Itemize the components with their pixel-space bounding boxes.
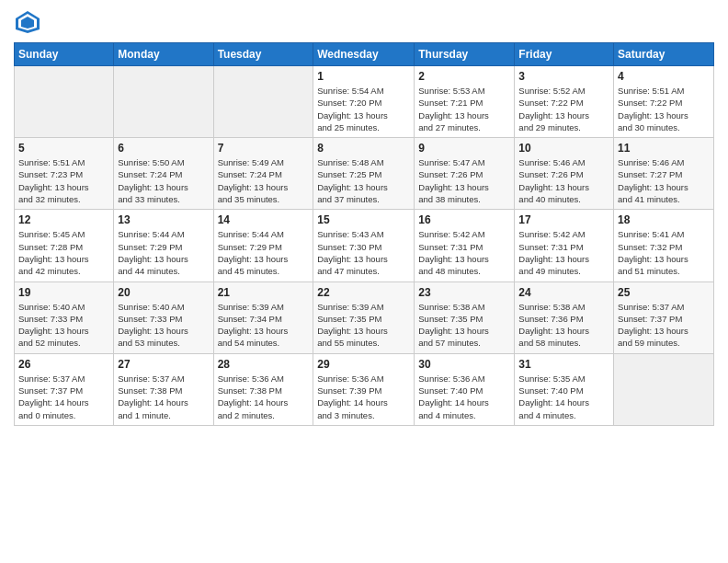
- day-cell: 2Sunrise: 5:53 AMSunset: 7:21 PMDaylight…: [415, 66, 515, 138]
- day-cell: [114, 66, 213, 138]
- day-cell: 17Sunrise: 5:42 AMSunset: 7:31 PMDayligh…: [515, 210, 614, 282]
- day-info: Sunrise: 5:51 AMSunset: 7:23 PMDaylight:…: [18, 156, 109, 205]
- day-number: 24: [518, 286, 609, 299]
- day-number: 6: [118, 142, 209, 155]
- day-number: 21: [218, 286, 310, 299]
- day-cell: 18Sunrise: 5:41 AMSunset: 7:32 PMDayligh…: [614, 210, 714, 282]
- weekday-monday: Monday: [114, 43, 213, 66]
- day-cell: 15Sunrise: 5:43 AMSunset: 7:30 PMDayligh…: [313, 210, 415, 282]
- day-cell: [213, 66, 313, 138]
- day-cell: 25Sunrise: 5:37 AMSunset: 7:37 PMDayligh…: [614, 282, 714, 353]
- day-number: 9: [418, 142, 510, 155]
- day-cell: 7Sunrise: 5:49 AMSunset: 7:24 PMDaylight…: [213, 138, 313, 210]
- day-cell: 26Sunrise: 5:37 AMSunset: 7:37 PMDayligh…: [15, 353, 114, 425]
- calendar-page: SundayMondayTuesdayWednesdayThursdayFrid…: [0, 0, 728, 440]
- day-cell: 28Sunrise: 5:36 AMSunset: 7:38 PMDayligh…: [213, 353, 313, 425]
- day-number: 26: [18, 358, 109, 371]
- day-number: 5: [18, 142, 109, 155]
- logo-icon: [14, 9, 41, 35]
- week-row-3: 12Sunrise: 5:45 AMSunset: 7:28 PMDayligh…: [15, 210, 714, 282]
- day-cell: 31Sunrise: 5:35 AMSunset: 7:40 PMDayligh…: [515, 353, 614, 425]
- day-cell: [15, 66, 114, 138]
- day-cell: 5Sunrise: 5:51 AMSunset: 7:23 PMDaylight…: [15, 138, 114, 210]
- day-info: Sunrise: 5:40 AMSunset: 7:33 PMDaylight:…: [118, 301, 209, 350]
- weekday-saturday: Saturday: [614, 43, 714, 66]
- day-info: Sunrise: 5:50 AMSunset: 7:24 PMDaylight:…: [118, 156, 209, 205]
- day-number: 27: [118, 358, 209, 371]
- day-number: 8: [317, 142, 410, 155]
- header: [14, 9, 714, 35]
- day-cell: 23Sunrise: 5:38 AMSunset: 7:35 PMDayligh…: [415, 282, 515, 353]
- day-info: Sunrise: 5:48 AMSunset: 7:25 PMDaylight:…: [317, 156, 410, 205]
- day-info: Sunrise: 5:44 AMSunset: 7:29 PMDaylight:…: [118, 228, 209, 277]
- day-cell: 16Sunrise: 5:42 AMSunset: 7:31 PMDayligh…: [415, 210, 515, 282]
- day-number: 12: [18, 213, 109, 226]
- day-info: Sunrise: 5:45 AMSunset: 7:28 PMDaylight:…: [18, 228, 109, 277]
- day-info: Sunrise: 5:42 AMSunset: 7:31 PMDaylight:…: [418, 228, 510, 277]
- day-number: 14: [218, 213, 310, 226]
- day-cell: [614, 353, 714, 425]
- day-cell: 29Sunrise: 5:36 AMSunset: 7:39 PMDayligh…: [313, 353, 415, 425]
- day-cell: 24Sunrise: 5:38 AMSunset: 7:36 PMDayligh…: [515, 282, 614, 353]
- day-number: 22: [317, 286, 410, 299]
- day-info: Sunrise: 5:46 AMSunset: 7:27 PMDaylight:…: [618, 156, 710, 205]
- week-row-1: 1Sunrise: 5:54 AMSunset: 7:20 PMDaylight…: [15, 66, 714, 138]
- day-number: 16: [418, 213, 510, 226]
- day-number: 31: [518, 358, 609, 371]
- day-cell: 9Sunrise: 5:47 AMSunset: 7:26 PMDaylight…: [415, 138, 515, 210]
- day-number: 18: [618, 213, 710, 226]
- day-info: Sunrise: 5:47 AMSunset: 7:26 PMDaylight:…: [418, 156, 510, 205]
- day-number: 19: [18, 286, 109, 299]
- day-cell: 30Sunrise: 5:36 AMSunset: 7:40 PMDayligh…: [415, 353, 515, 425]
- week-row-5: 26Sunrise: 5:37 AMSunset: 7:37 PMDayligh…: [15, 353, 714, 425]
- day-number: 1: [317, 70, 410, 83]
- day-cell: 22Sunrise: 5:39 AMSunset: 7:35 PMDayligh…: [313, 282, 415, 353]
- day-number: 30: [418, 358, 510, 371]
- day-info: Sunrise: 5:35 AMSunset: 7:40 PMDaylight:…: [518, 373, 609, 421]
- day-info: Sunrise: 5:37 AMSunset: 7:38 PMDaylight:…: [118, 373, 209, 421]
- day-info: Sunrise: 5:52 AMSunset: 7:22 PMDaylight:…: [518, 85, 609, 133]
- day-info: Sunrise: 5:42 AMSunset: 7:31 PMDaylight:…: [518, 228, 609, 277]
- day-number: 11: [618, 142, 710, 155]
- day-cell: 14Sunrise: 5:44 AMSunset: 7:29 PMDayligh…: [213, 210, 313, 282]
- day-number: 29: [317, 358, 410, 371]
- day-cell: 27Sunrise: 5:37 AMSunset: 7:38 PMDayligh…: [114, 353, 213, 425]
- day-info: Sunrise: 5:36 AMSunset: 7:40 PMDaylight:…: [418, 373, 510, 421]
- day-cell: 20Sunrise: 5:40 AMSunset: 7:33 PMDayligh…: [114, 282, 213, 353]
- weekday-header-row: SundayMondayTuesdayWednesdayThursdayFrid…: [15, 43, 714, 66]
- calendar-table: SundayMondayTuesdayWednesdayThursdayFrid…: [14, 42, 714, 426]
- day-info: Sunrise: 5:37 AMSunset: 7:37 PMDaylight:…: [618, 301, 710, 350]
- day-number: 3: [518, 70, 609, 83]
- day-info: Sunrise: 5:37 AMSunset: 7:37 PMDaylight:…: [18, 373, 109, 421]
- day-info: Sunrise: 5:36 AMSunset: 7:39 PMDaylight:…: [317, 373, 410, 421]
- day-info: Sunrise: 5:54 AMSunset: 7:20 PMDaylight:…: [317, 85, 410, 133]
- weekday-tuesday: Tuesday: [213, 43, 313, 66]
- day-info: Sunrise: 5:38 AMSunset: 7:36 PMDaylight:…: [518, 301, 609, 350]
- day-cell: 19Sunrise: 5:40 AMSunset: 7:33 PMDayligh…: [15, 282, 114, 353]
- day-cell: 21Sunrise: 5:39 AMSunset: 7:34 PMDayligh…: [213, 282, 313, 353]
- day-cell: 10Sunrise: 5:46 AMSunset: 7:26 PMDayligh…: [515, 138, 614, 210]
- day-info: Sunrise: 5:44 AMSunset: 7:29 PMDaylight:…: [218, 228, 310, 277]
- day-number: 17: [518, 213, 609, 226]
- week-row-2: 5Sunrise: 5:51 AMSunset: 7:23 PMDaylight…: [15, 138, 714, 210]
- day-number: 4: [618, 70, 710, 83]
- day-cell: 3Sunrise: 5:52 AMSunset: 7:22 PMDaylight…: [515, 66, 614, 138]
- day-number: 20: [118, 286, 209, 299]
- day-info: Sunrise: 5:38 AMSunset: 7:35 PMDaylight:…: [418, 301, 510, 350]
- day-number: 23: [418, 286, 510, 299]
- day-cell: 4Sunrise: 5:51 AMSunset: 7:22 PMDaylight…: [614, 66, 714, 138]
- day-number: 2: [418, 70, 510, 83]
- day-cell: 8Sunrise: 5:48 AMSunset: 7:25 PMDaylight…: [313, 138, 415, 210]
- day-info: Sunrise: 5:53 AMSunset: 7:21 PMDaylight:…: [418, 85, 510, 133]
- day-number: 28: [218, 358, 310, 371]
- day-info: Sunrise: 5:46 AMSunset: 7:26 PMDaylight:…: [518, 156, 609, 205]
- day-info: Sunrise: 5:39 AMSunset: 7:34 PMDaylight:…: [218, 301, 310, 350]
- day-cell: 11Sunrise: 5:46 AMSunset: 7:27 PMDayligh…: [614, 138, 714, 210]
- logo: [14, 9, 45, 35]
- day-info: Sunrise: 5:49 AMSunset: 7:24 PMDaylight:…: [218, 156, 310, 205]
- weekday-wednesday: Wednesday: [313, 43, 415, 66]
- weekday-sunday: Sunday: [15, 43, 114, 66]
- day-number: 10: [518, 142, 609, 155]
- day-info: Sunrise: 5:51 AMSunset: 7:22 PMDaylight:…: [618, 85, 710, 133]
- week-row-4: 19Sunrise: 5:40 AMSunset: 7:33 PMDayligh…: [15, 282, 714, 353]
